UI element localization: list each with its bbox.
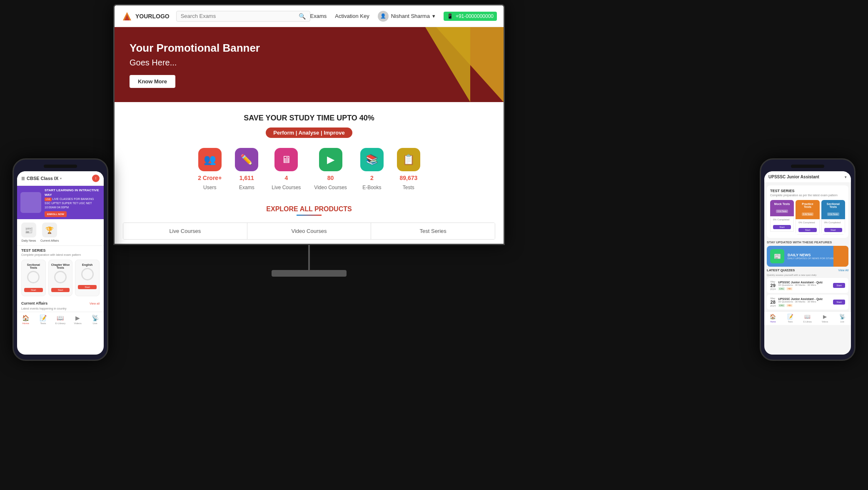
test-series-sub: Complete preparation with latest exam pa… — [17, 253, 104, 258]
banner-decoration — [309, 27, 504, 102]
search-input[interactable] — [181, 13, 299, 19]
banner-cta-button[interactable]: Know More — [130, 75, 175, 88]
tss-card-sectional: Sectional Tests 2.1k Tests 0% Completed … — [821, 200, 845, 235]
monitor-wrapper: YOURLOGO 🔍 Exams Activation Key 👤 Nishan… — [109, 4, 509, 277]
stat-icon-tests: 📋 — [397, 148, 420, 171]
hamburger-icon[interactable]: ☰ — [21, 176, 25, 181]
quiz-1-year: 2024 — [770, 288, 776, 290]
banner-time: 10:00AM 04:00PM — [45, 206, 69, 209]
pr-tests-label: Tests — [788, 320, 793, 323]
test-sectional-start[interactable]: Start — [24, 288, 43, 292]
tss-card-top-practice: Practice Tests 3.4k Tests — [796, 200, 819, 219]
phone-header-right: UPSSSC Junior Assistant ▾ — [764, 171, 851, 183]
quiz-1-day: 29 — [771, 283, 776, 288]
category-current-affairs[interactable]: 🏆 Current Affairs — [40, 222, 59, 242]
quiz-2-start-btn[interactable]: Start — [833, 300, 845, 305]
phone-test-series: TEST SERIES Complete preparation with la… — [17, 246, 104, 300]
pr-nav-home[interactable]: 🏠 Home — [764, 314, 782, 323]
stat-icon-exams: ✏️ — [235, 148, 258, 171]
test-sectional-progress — [27, 271, 40, 283]
stat-label-tests: Tests — [403, 185, 414, 190]
sectional-start-btn[interactable]: Start — [824, 228, 842, 232]
stat-label-users: Users — [203, 185, 216, 190]
tss-card-bottom-practice: 0% Completed Start — [796, 219, 819, 235]
pr-nav-elibrary[interactable]: 📖 E-Library — [799, 314, 816, 323]
notification-badge[interactable]: ! — [92, 175, 100, 182]
pr-nav-tests[interactable]: 📝 Tests — [782, 314, 799, 323]
ca-view-all[interactable]: View all — [90, 302, 100, 305]
dropdown-text: ▾ — [845, 175, 847, 179]
stat-number-live: 4 — [284, 175, 288, 181]
live-badge: LIVE — [45, 198, 52, 201]
tss-card-mock: Mock Tests 3.1k Tests 0% Completed Start — [770, 200, 794, 235]
banner-subtitle: Goes Here... — [130, 58, 260, 68]
stat-item-ebooks: 📚 2 E-Books — [360, 148, 384, 190]
pr-nav-live[interactable]: 📡 Live — [833, 314, 851, 323]
nav-username: Nishant Sharma — [391, 13, 430, 19]
nav-videos[interactable]: ▶ Videos — [69, 315, 87, 325]
tab-test-series[interactable]: Test Series — [371, 223, 495, 239]
lq-view-all[interactable]: View All — [838, 269, 848, 272]
tss-title: TEST SERIES — [770, 189, 845, 193]
quiz-1-tag-hin: HIN — [786, 287, 793, 290]
su-daily-news-sub: DAILY UPDATES OF NEWS FOR STUDENTS — [788, 257, 839, 260]
promotional-banner: Your Promotional Banner Goes Here... Kno… — [115, 27, 504, 102]
nav-tests[interactable]: 📝 Tests — [35, 315, 52, 325]
test-sectional: Sectional Tests Start — [21, 260, 46, 296]
test-english-start[interactable]: Start — [78, 285, 97, 289]
right-phone-dropdown[interactable]: ▾ — [845, 175, 847, 179]
save-text: SAVE YOUR STUDY TIME UPTO 40% — [123, 114, 495, 122]
tab-live-courses[interactable]: Live Courses — [123, 223, 247, 239]
stat-number-ebooks: 2 — [370, 175, 374, 181]
dropdown-icon-left[interactable]: ▾ — [60, 177, 62, 180]
quiz-1-start-btn[interactable]: Start — [833, 283, 845, 288]
mock-start-btn[interactable]: Start — [773, 225, 791, 229]
practice-start-btn[interactable]: Start — [798, 228, 816, 232]
enroll-button[interactable]: ENROLL NOW — [45, 211, 67, 217]
tss-mock-badge: 3.1k Tests — [776, 210, 788, 213]
sectional-completed: 0% Completed — [824, 221, 842, 224]
su-daily-news-card[interactable]: 📰 DAILY NEWS DAILY UPDATES OF NEWS FOR S… — [767, 246, 848, 267]
stat-number-exams: 1,611 — [239, 175, 254, 181]
elibrary-label: E-Library — [55, 322, 65, 325]
phone-number: +91-0000000000 — [456, 13, 494, 19]
home-icon: 🏠 — [22, 315, 29, 321]
pr-home-icon: 🏠 — [770, 314, 776, 320]
nav-elibrary[interactable]: 📖 E-Library — [52, 315, 69, 325]
search-bar[interactable]: 🔍 — [176, 11, 310, 22]
nav-home[interactable]: 🏠 Home — [17, 315, 35, 325]
nav-activation-link[interactable]: Activation Key — [335, 13, 369, 19]
home-label: Home — [22, 322, 29, 325]
quiz-2-title: UPSSSC Junior Assistant - Quiz — [778, 298, 823, 300]
stay-updated-section: STAY UPDATED WITH THESE FEATURES 📰 DAILY… — [767, 240, 848, 267]
test-chapter-start[interactable]: Start — [51, 288, 70, 292]
pr-live-icon: 📡 — [839, 314, 846, 320]
current-affairs-icon: 🏆 — [42, 222, 57, 238]
pr-tests-icon: 📝 — [787, 314, 793, 320]
live-label: Live — [93, 322, 97, 325]
stats-section: SAVE YOUR STUDY TIME UPTO 40% Perform | … — [115, 102, 504, 197]
tss-card-bottom-mock: 0% Completed Start — [770, 216, 794, 232]
tab-video-courses[interactable]: Video Courses — [247, 223, 372, 239]
category-daily-news[interactable]: 📰 Daily News — [21, 222, 36, 242]
phone-banner-content: START LEARNING IN INTRACTIVE WAY LIVE LI… — [45, 188, 100, 217]
phone-bottom-nav-right: 🏠 Home 📝 Tests 📖 E-Library ▶ Videos 📡 Li… — [764, 311, 851, 325]
nav-user[interactable]: 👤 Nishant Sharma ▾ — [378, 11, 435, 22]
stat-icon-live: 🖥 — [274, 148, 298, 171]
tss-card-top-sectional: Sectional Tests 2.1k Tests — [821, 200, 845, 219]
quiz-2-tag-hin: HIN — [786, 304, 793, 307]
videos-icon: ▶ — [75, 315, 80, 321]
nav-live[interactable]: 📡 Live — [86, 315, 104, 325]
lq-header: LATEST QUIZZES View All — [767, 268, 848, 272]
banner-triangle-small — [420, 27, 470, 102]
pr-nav-videos[interactable]: ▶ Videos — [816, 314, 834, 323]
nav-exams-link[interactable]: Exams — [310, 13, 327, 19]
ca-sub: Latest events happening in country — [21, 307, 100, 310]
banner-title: Your Promotional Banner — [130, 42, 260, 55]
test-english-progress — [81, 268, 94, 280]
stat-number-users: 2 Crore+ — [198, 175, 222, 181]
nav-phone[interactable]: 📱 +91-0000000000 — [444, 12, 497, 21]
stat-icon-ebooks: 📚 — [360, 148, 384, 171]
su-card-icon: 📰 — [770, 249, 784, 263]
quiz-item-1: May 29 2024 UPSSSC Junior Assistant - Qu… — [767, 278, 848, 293]
